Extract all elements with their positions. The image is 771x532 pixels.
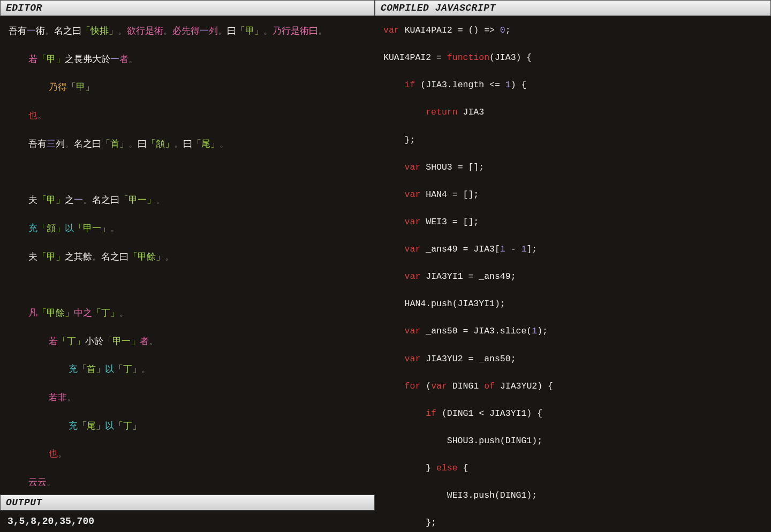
t: 充 xyxy=(69,420,78,431)
t: 夫 xyxy=(28,194,37,205)
t: 「甲一」 xyxy=(119,194,156,205)
t: 。 xyxy=(163,25,172,36)
t: 「甲」 xyxy=(37,54,65,64)
t: 。 xyxy=(149,336,158,346)
t: 三 xyxy=(47,138,56,149)
t: 。 xyxy=(174,138,183,149)
editor-code[interactable]: 吾有一術。名之曰「快排」。欲行是術。必先得一列。曰「甲」。乃行是術曰。 若「甲」… xyxy=(0,16,375,495)
t: 「甲」 xyxy=(236,25,263,36)
t: 若 xyxy=(28,54,37,64)
t: 「甲餘」 xyxy=(37,307,74,318)
t: 。 xyxy=(58,448,67,459)
t: 凡 xyxy=(28,307,37,318)
output-title: OUTPUT xyxy=(6,497,42,508)
t: 術 xyxy=(36,25,45,36)
t: 若非 xyxy=(49,392,67,402)
t: 「快排」 xyxy=(81,25,118,36)
compiled-code[interactable]: var KUAI4PAI2 = () => 0; KUAI4PAI2 = fun… xyxy=(375,16,771,532)
t: 充 xyxy=(69,363,78,374)
t: 曰 xyxy=(138,138,147,149)
editor-title: EDITOR xyxy=(6,3,42,13)
t: 欲行是術 xyxy=(127,25,163,36)
t: 充 xyxy=(28,223,37,233)
t: 名之曰 xyxy=(74,138,101,149)
compiled-title: COMPILED JAVASCRIPT xyxy=(381,3,496,13)
t: 吾有 xyxy=(28,138,47,149)
t: 若 xyxy=(49,336,58,346)
t: 者 xyxy=(140,336,149,346)
t: 「甲」 xyxy=(37,194,65,205)
output-text: 3,5,8,20,35,700 xyxy=(0,511,375,532)
t: 。 xyxy=(165,251,174,262)
t: 吾有 xyxy=(9,25,27,36)
t: 。 xyxy=(47,476,56,487)
t: 。 xyxy=(110,223,119,233)
t: 小於 xyxy=(85,336,103,346)
t: 「丁」 xyxy=(114,420,141,431)
t: 必先得 xyxy=(172,25,200,36)
t: 。 xyxy=(119,307,128,318)
t: 「首」 xyxy=(78,363,105,374)
t: 乃得 xyxy=(49,81,67,92)
t: 。 xyxy=(318,25,327,36)
t: 名之曰 xyxy=(92,194,119,205)
left-column: EDITOR 吾有一術。名之曰「快排」。欲行是術。必先得一列。曰「甲」。乃行是術… xyxy=(0,0,375,532)
t: 一 xyxy=(74,194,83,205)
t: 名之曰 xyxy=(101,251,128,262)
t: 「頷」 xyxy=(37,223,65,233)
t: 以 xyxy=(105,363,114,374)
t: 之長弗大於 xyxy=(65,54,110,64)
t: 。 xyxy=(128,138,138,149)
t: 。 xyxy=(220,138,229,149)
t: 以 xyxy=(105,420,114,431)
t: 列 xyxy=(56,138,65,149)
output-pane-header: OUTPUT xyxy=(0,495,375,511)
t: 「尾」 xyxy=(192,138,220,149)
t: 夫 xyxy=(28,251,37,262)
t: 。 xyxy=(83,194,92,205)
t: 曰 xyxy=(183,138,192,149)
t: 。 xyxy=(218,25,227,36)
editor-pane-header: EDITOR xyxy=(0,0,375,16)
t: 云云 xyxy=(28,476,47,487)
t: 一 xyxy=(27,25,36,36)
t: 「甲」 xyxy=(67,81,94,92)
app-root: EDITOR 吾有一術。名之曰「快排」。欲行是術。必先得一列。曰「甲」。乃行是術… xyxy=(0,0,771,532)
t: 「頷」 xyxy=(147,138,174,149)
t: 中之 xyxy=(74,307,92,318)
t: 「甲一」 xyxy=(74,223,110,233)
t: 。 xyxy=(156,194,165,205)
t: 乃行是術曰 xyxy=(273,25,318,36)
t: 也 xyxy=(49,448,58,459)
t: 之其餘 xyxy=(65,251,92,262)
t: 以 xyxy=(65,223,74,233)
compiled-pane-header: COMPILED JAVASCRIPT xyxy=(375,0,771,16)
t: 者 xyxy=(119,54,128,64)
t: 。 xyxy=(67,392,76,402)
t: 「甲一」 xyxy=(103,336,140,346)
t: 。 xyxy=(118,25,127,36)
t: 「丁」 xyxy=(92,307,119,318)
t: 也 xyxy=(28,110,37,120)
t: 。 xyxy=(263,25,273,36)
t: 「尾」 xyxy=(78,420,105,431)
t: 一 xyxy=(200,25,209,36)
t: 。 xyxy=(128,54,138,64)
t: 曰 xyxy=(227,25,236,36)
t: 。 xyxy=(37,110,47,120)
t: 「首」 xyxy=(101,138,128,149)
t: 列 xyxy=(209,25,218,36)
t: 「丁」 xyxy=(58,336,85,346)
t: 一 xyxy=(110,54,119,64)
t: 之 xyxy=(65,194,74,205)
t: 名之曰 xyxy=(54,25,81,36)
t: 「甲餘」 xyxy=(128,251,165,262)
right-column: COMPILED JAVASCRIPT var KUAI4PAI2 = () =… xyxy=(375,0,771,532)
t: 「丁」 xyxy=(114,363,141,374)
t: 。 xyxy=(65,138,74,149)
t: 「甲」 xyxy=(37,251,65,262)
t: 。 xyxy=(141,363,150,374)
t: 。 xyxy=(92,251,101,262)
t: 。 xyxy=(45,25,54,36)
